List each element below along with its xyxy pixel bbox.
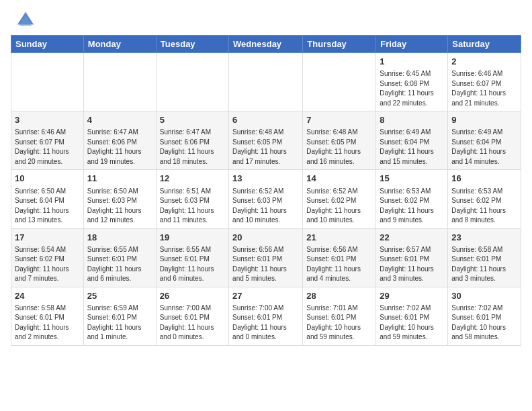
- day-number: 9: [451, 114, 517, 126]
- day-info: Sunrise: 6:48 AM Sunset: 6:05 PM Dayligh…: [232, 128, 287, 165]
- calendar-cell: 21Sunrise: 6:56 AM Sunset: 6:01 PM Dayli…: [303, 228, 376, 287]
- day-info: Sunrise: 7:01 AM Sunset: 6:01 PM Dayligh…: [306, 304, 361, 341]
- day-number: 11: [87, 173, 152, 185]
- day-info: Sunrise: 6:52 AM Sunset: 6:03 PM Dayligh…: [232, 187, 287, 224]
- week-row-3: 17Sunrise: 6:54 AM Sunset: 6:02 PM Dayli…: [11, 228, 521, 287]
- day-number: 27: [232, 290, 299, 302]
- calendar-cell: 10Sunrise: 6:50 AM Sunset: 6:04 PM Dayli…: [11, 170, 84, 228]
- calendar-cell: 20Sunrise: 6:56 AM Sunset: 6:01 PM Dayli…: [229, 228, 303, 287]
- day-number: 25: [87, 290, 152, 302]
- day-info: Sunrise: 6:51 AM Sunset: 6:03 PM Dayligh…: [160, 187, 214, 224]
- calendar-cell: 19Sunrise: 6:55 AM Sunset: 6:01 PM Dayli…: [156, 228, 228, 287]
- day-info: Sunrise: 7:02 AM Sunset: 6:01 PM Dayligh…: [380, 304, 434, 341]
- day-number: 14: [306, 173, 372, 185]
- calendar-cell: 27Sunrise: 7:00 AM Sunset: 6:01 PM Dayli…: [229, 287, 303, 345]
- day-number: 4: [87, 114, 152, 126]
- day-number: 19: [160, 232, 225, 244]
- day-info: Sunrise: 7:02 AM Sunset: 6:01 PM Dayligh…: [451, 304, 506, 341]
- calendar-cell: 18Sunrise: 6:55 AM Sunset: 6:01 PM Dayli…: [83, 228, 156, 287]
- calendar-cell: 2Sunrise: 6:46 AM Sunset: 6:07 PM Daylig…: [448, 53, 521, 111]
- calendar-table: SundayMondayTuesdayWednesdayThursdayFrid…: [11, 35, 521, 346]
- calendar-cell: 9Sunrise: 6:49 AM Sunset: 6:04 PM Daylig…: [448, 111, 521, 170]
- day-info: Sunrise: 6:58 AM Sunset: 6:01 PM Dayligh…: [451, 246, 506, 283]
- day-info: Sunrise: 6:52 AM Sunset: 6:02 PM Dayligh…: [306, 187, 361, 224]
- day-info: Sunrise: 6:55 AM Sunset: 6:01 PM Dayligh…: [87, 246, 142, 283]
- calendar-cell: 12Sunrise: 6:51 AM Sunset: 6:03 PM Dayli…: [156, 170, 228, 228]
- day-number: 1: [380, 56, 444, 68]
- day-info: Sunrise: 6:50 AM Sunset: 6:03 PM Dayligh…: [87, 187, 142, 224]
- day-number: 26: [160, 290, 225, 302]
- calendar-cell: 22Sunrise: 6:57 AM Sunset: 6:01 PM Dayli…: [376, 228, 448, 287]
- day-number: 5: [160, 114, 225, 126]
- day-number: 13: [232, 173, 299, 185]
- calendar-cell: 7Sunrise: 6:48 AM Sunset: 6:05 PM Daylig…: [303, 111, 376, 170]
- calendar-cell: [11, 53, 84, 111]
- calendar-cell: 16Sunrise: 6:53 AM Sunset: 6:02 PM Dayli…: [448, 170, 521, 228]
- day-info: Sunrise: 6:53 AM Sunset: 6:02 PM Dayligh…: [380, 187, 434, 224]
- day-number: 8: [380, 114, 444, 126]
- day-number: 6: [232, 114, 299, 126]
- day-header-monday: Monday: [83, 36, 156, 53]
- day-header-tuesday: Tuesday: [156, 36, 228, 53]
- day-info: Sunrise: 6:55 AM Sunset: 6:01 PM Dayligh…: [160, 246, 214, 283]
- day-number: 20: [232, 232, 299, 244]
- calendar-cell: [229, 53, 303, 111]
- week-row-1: 3Sunrise: 6:46 AM Sunset: 6:07 PM Daylig…: [11, 111, 521, 170]
- day-info: Sunrise: 6:47 AM Sunset: 6:06 PM Dayligh…: [160, 128, 214, 165]
- day-number: 18: [87, 232, 152, 244]
- calendar-cell: 23Sunrise: 6:58 AM Sunset: 6:01 PM Dayli…: [448, 228, 521, 287]
- week-row-2: 10Sunrise: 6:50 AM Sunset: 6:04 PM Dayli…: [11, 170, 521, 228]
- calendar-cell: 26Sunrise: 7:00 AM Sunset: 6:01 PM Dayli…: [156, 287, 228, 345]
- day-info: Sunrise: 6:46 AM Sunset: 6:07 PM Dayligh…: [15, 128, 69, 165]
- day-header-saturday: Saturday: [448, 36, 521, 53]
- calendar-cell: 8Sunrise: 6:49 AM Sunset: 6:04 PM Daylig…: [376, 111, 448, 170]
- calendar-cell: 30Sunrise: 7:02 AM Sunset: 6:01 PM Dayli…: [448, 287, 521, 345]
- day-info: Sunrise: 6:56 AM Sunset: 6:01 PM Dayligh…: [232, 246, 287, 283]
- calendar-header-row: SundayMondayTuesdayWednesdayThursdayFrid…: [11, 36, 521, 53]
- calendar-cell: 5Sunrise: 6:47 AM Sunset: 6:06 PM Daylig…: [156, 111, 228, 170]
- day-info: Sunrise: 6:56 AM Sunset: 6:01 PM Dayligh…: [306, 246, 361, 283]
- day-info: Sunrise: 6:50 AM Sunset: 6:04 PM Dayligh…: [15, 187, 69, 224]
- day-header-friday: Friday: [376, 36, 448, 53]
- calendar-cell: 28Sunrise: 7:01 AM Sunset: 6:01 PM Dayli…: [303, 287, 376, 345]
- day-number: 23: [451, 232, 517, 244]
- day-info: Sunrise: 6:45 AM Sunset: 6:08 PM Dayligh…: [380, 70, 434, 107]
- calendar-wrapper: SundayMondayTuesdayWednesdayThursdayFrid…: [0, 35, 532, 346]
- calendar-cell: 1Sunrise: 6:45 AM Sunset: 6:08 PM Daylig…: [376, 53, 448, 111]
- day-number: 24: [15, 290, 80, 302]
- calendar-cell: 6Sunrise: 6:48 AM Sunset: 6:05 PM Daylig…: [229, 111, 303, 170]
- calendar-cell: [303, 53, 376, 111]
- day-number: 16: [451, 173, 517, 185]
- day-header-thursday: Thursday: [303, 36, 376, 53]
- day-number: 2: [451, 56, 517, 68]
- calendar-cell: 15Sunrise: 6:53 AM Sunset: 6:02 PM Dayli…: [376, 170, 448, 228]
- day-number: 22: [380, 232, 444, 244]
- day-number: 15: [380, 173, 444, 185]
- calendar-cell: 4Sunrise: 6:47 AM Sunset: 6:06 PM Daylig…: [83, 111, 156, 170]
- calendar-cell: 24Sunrise: 6:58 AM Sunset: 6:01 PM Dayli…: [11, 287, 84, 345]
- day-info: Sunrise: 6:53 AM Sunset: 6:02 PM Dayligh…: [451, 187, 506, 224]
- calendar-cell: [83, 53, 156, 111]
- day-number: 30: [451, 290, 517, 302]
- day-header-sunday: Sunday: [11, 36, 84, 53]
- day-info: Sunrise: 6:57 AM Sunset: 6:01 PM Dayligh…: [380, 246, 434, 283]
- day-number: 7: [306, 114, 372, 126]
- calendar-cell: 3Sunrise: 6:46 AM Sunset: 6:07 PM Daylig…: [11, 111, 84, 170]
- day-number: 29: [380, 290, 444, 302]
- page-header: [0, 0, 532, 35]
- calendar-cell: 11Sunrise: 6:50 AM Sunset: 6:03 PM Dayli…: [83, 170, 156, 228]
- day-info: Sunrise: 6:48 AM Sunset: 6:05 PM Dayligh…: [306, 128, 361, 165]
- day-number: 10: [15, 173, 80, 185]
- day-info: Sunrise: 6:58 AM Sunset: 6:01 PM Dayligh…: [15, 304, 69, 341]
- day-number: 3: [15, 114, 80, 126]
- day-number: 21: [306, 232, 372, 244]
- day-header-wednesday: Wednesday: [229, 36, 303, 53]
- week-row-4: 24Sunrise: 6:58 AM Sunset: 6:01 PM Dayli…: [11, 287, 521, 345]
- calendar-cell: 14Sunrise: 6:52 AM Sunset: 6:02 PM Dayli…: [303, 170, 376, 228]
- week-row-0: 1Sunrise: 6:45 AM Sunset: 6:08 PM Daylig…: [11, 53, 521, 111]
- calendar-cell: 29Sunrise: 7:02 AM Sunset: 6:01 PM Dayli…: [376, 287, 448, 345]
- calendar-cell: 25Sunrise: 6:59 AM Sunset: 6:01 PM Dayli…: [83, 287, 156, 345]
- day-info: Sunrise: 6:47 AM Sunset: 6:06 PM Dayligh…: [87, 128, 142, 165]
- calendar-cell: 17Sunrise: 6:54 AM Sunset: 6:02 PM Dayli…: [11, 228, 84, 287]
- day-number: 17: [15, 232, 80, 244]
